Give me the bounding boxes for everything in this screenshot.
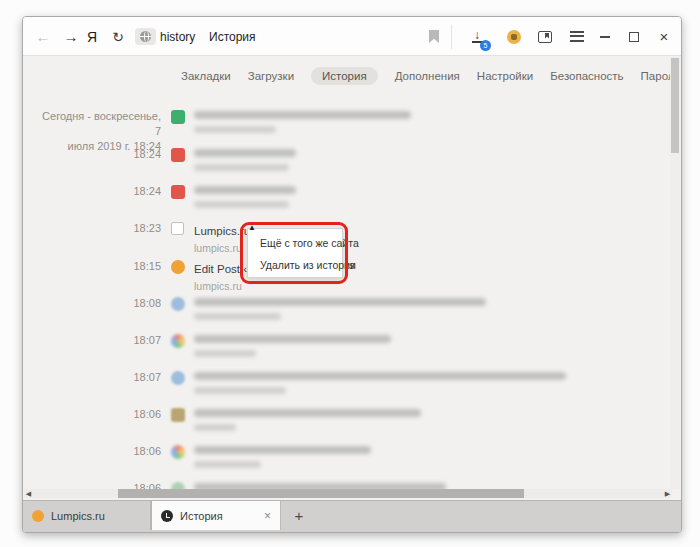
tab-label: История [180, 510, 223, 522]
blurred-url [194, 164, 289, 171]
site-favicon-icon [171, 445, 185, 459]
blurred-url [194, 313, 281, 320]
site-favicon-icon [171, 110, 185, 124]
entry-text [194, 109, 654, 133]
browser-tab-2[interactable]: История× [151, 501, 281, 530]
entry-text [194, 444, 654, 468]
entry-text [194, 184, 654, 208]
context-menu-item-2[interactable]: Удалить из истории [248, 254, 342, 276]
blurred-url [194, 350, 256, 357]
blurred-title [194, 111, 411, 119]
blurred-title [194, 186, 296, 194]
entry-text [194, 296, 654, 320]
new-tab-button[interactable]: + [281, 501, 317, 530]
history-entry[interactable]: 18:24 [23, 147, 663, 179]
entry-text [194, 333, 654, 357]
blurred-title [194, 446, 371, 454]
site-favicon-icon [171, 148, 185, 162]
history-clock-icon [161, 510, 173, 522]
browser-tab-1[interactable]: Lumpics.ru [23, 501, 151, 530]
history-entry[interactable]: 18:07 [23, 370, 663, 402]
history-entry[interactable]: 18:07 [23, 333, 663, 365]
blurred-title [194, 149, 296, 157]
site-favicon-icon [171, 297, 185, 311]
history-entry[interactable]: 18:24 [23, 184, 663, 216]
blurred-title [194, 335, 391, 343]
site-favicon-icon [171, 408, 185, 422]
entry-text [194, 147, 654, 171]
blurred-url [194, 424, 236, 431]
entry-time: 18:07 [33, 334, 161, 346]
horizontal-scrollbar[interactable]: ◀ ▶ [24, 489, 672, 498]
entry-time: 18:06 [33, 445, 161, 457]
blurred-title [194, 298, 486, 306]
blurred-url [194, 126, 276, 133]
expand-arrow-icon[interactable]: ▲ [248, 223, 256, 232]
tab-label: Lumpics.ru [51, 510, 105, 522]
site-favicon-icon [171, 371, 185, 385]
history-entry[interactable] [23, 109, 663, 141]
entry-checkbox[interactable] [171, 222, 184, 235]
context-menu-item-1[interactable]: Ещё с того же сайта [248, 232, 342, 254]
tab-strip: Lumpics.ruИстория× [23, 501, 281, 530]
history-entry[interactable]: 18:06 [23, 444, 663, 476]
blurred-url [194, 201, 289, 208]
vertical-scrollbar[interactable] [670, 57, 680, 489]
blurred-title [194, 372, 566, 380]
entry-time: 18:08 [33, 297, 161, 309]
entry-time: 18:24 [33, 185, 161, 197]
site-favicon-icon [171, 334, 185, 348]
site-orange-icon [32, 510, 44, 522]
blurred-url [194, 387, 286, 394]
window-bottom-edge [23, 530, 681, 533]
context-menu: Ещё с того же сайтаУдалить из истории [247, 228, 343, 278]
horizontal-scrollbar-thumb[interactable] [118, 489, 524, 498]
entry-time: 18:06 [33, 408, 161, 420]
entry-text [194, 407, 654, 431]
scroll-left-arrow-icon[interactable]: ◀ [24, 489, 33, 498]
blurred-url [194, 461, 261, 468]
vertical-scrollbar-thumb[interactable] [671, 58, 679, 153]
tab-bar: Lumpics.ruИстория× + [23, 500, 681, 530]
site-favicon-icon [171, 185, 185, 199]
entry-time: 18:23 [33, 222, 161, 234]
entry-url: lumpics.ru [194, 280, 654, 293]
entry-time: 18:24 [33, 148, 161, 160]
entry-text [194, 370, 654, 394]
entry-title: Lumpics.ru [194, 224, 250, 238]
entry-time: 18:15 [33, 260, 161, 272]
blurred-title [194, 409, 421, 417]
site-favicon-icon [171, 260, 185, 274]
entry-time: 18:07 [33, 371, 161, 383]
close-tab-icon[interactable]: × [254, 509, 271, 523]
history-entry[interactable]: 18:08 [23, 296, 663, 328]
scroll-right-arrow-icon[interactable]: ▶ [663, 489, 672, 498]
history-entry[interactable]: 18:06 [23, 407, 663, 439]
browser-window: ← → Я ↻ history История ↓ 5 × [22, 16, 682, 533]
